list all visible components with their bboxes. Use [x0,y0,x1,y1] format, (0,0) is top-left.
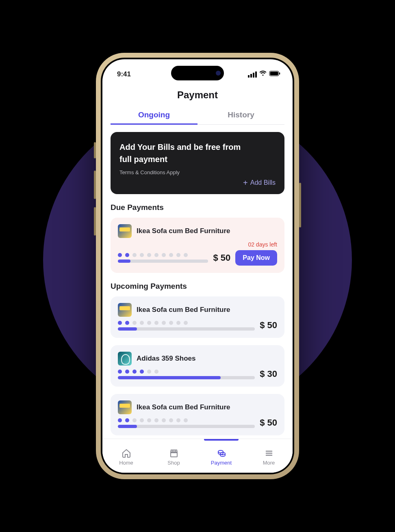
promo-title-line: Add Your Bills and be free from [119,143,241,151]
upcoming-payment-card[interactable]: Ikea Sofa cum Bed Furniture$ 50 [111,296,284,338]
content-scroller[interactable]: Add Your Bills and be free from full pay… [111,125,284,439]
add-bills-button[interactable]: + Add Bills [119,179,276,187]
merchant-thumbnail [118,224,132,238]
payment-title: Ikea Sofa cum Bed Furniture [137,403,230,411]
nav-shop[interactable]: Shop [150,439,198,473]
dot [184,418,188,422]
side-button [94,171,96,199]
side-button [299,183,301,227]
days-left-label: 02 days left [118,241,277,248]
progress-dots [118,253,208,257]
dot [176,253,180,257]
dot [184,321,188,325]
nav-label: More [263,460,275,466]
status-time: 9:41 [117,70,131,78]
dot [125,321,129,325]
screen: 9:41 Payment OngoingHistory [102,59,293,473]
progress-dots [118,321,255,325]
dot [132,253,137,257]
payment-title: Ikea Sofa cum Bed Furniture [137,306,230,314]
dot [140,370,144,374]
dot [140,418,144,422]
nav-home[interactable]: Home [102,439,150,473]
payment-title: Ikea Sofa cum Bed Furniture [137,227,230,235]
dot [147,321,151,325]
nav-payment[interactable]: Payment [198,439,245,473]
battery-icon [269,70,280,78]
plus-icon: + [243,179,248,187]
dynamic-island [171,66,224,80]
upcoming-payments-heading: Upcoming Payments [111,282,284,291]
dot [118,418,122,422]
nav-more[interactable]: More [245,439,293,473]
side-button [94,207,96,236]
promo-card: Add Your Bills and be free from full pay… [111,132,284,194]
side-button [94,142,96,158]
dot [154,321,158,325]
progress-bar [118,327,255,331]
upcoming-payment-card[interactable]: Ikea Sofa cum Bed Furniture$ 50 [111,394,284,435]
dot [147,370,151,374]
dot [140,253,144,257]
payment-title: Adidas 359 Shoes [137,355,196,363]
dot [169,321,173,325]
nav-label: Shop [167,460,180,466]
dot [118,370,122,374]
dot [169,253,173,257]
promo-title: Add Your Bills and be free from full pay… [119,141,276,165]
nav-label: Payment [211,460,232,466]
dot [132,321,137,325]
progress-bar [118,260,208,263]
dot [176,418,180,422]
tab-history[interactable]: History [198,106,284,124]
promo-title-line: full payment [119,155,167,164]
wifi-icon [259,70,267,78]
progress-bar [118,425,255,428]
upcoming-payment-card[interactable]: Adidas 359 Shoes$ 30 [111,345,284,387]
dot [162,321,166,325]
dot [184,253,188,257]
payment-amount: $ 50 [260,417,277,428]
progress-dots [118,370,255,374]
merchant-thumbnail [118,303,132,317]
cellular-icon [248,71,257,78]
more-icon [264,448,274,458]
progress-dots [118,418,255,422]
tab-ongoing[interactable]: Ongoing [111,106,198,124]
dot [169,418,173,422]
due-payment-card[interactable]: Ikea Sofa cum Bed Furniture02 days left$… [111,218,284,273]
shop-icon [169,448,179,458]
merchant-thumbnail [118,352,132,365]
promo-subtitle: Terms & Conditions Apply [119,169,276,175]
dot [132,370,137,374]
page-title: Payment [111,89,284,101]
due-payments-heading: Due Payments [111,203,284,212]
dot [125,370,129,374]
phone-frame: 9:41 Payment OngoingHistory [96,53,299,479]
dot [118,321,122,325]
svg-rect-2 [279,73,280,75]
dot [140,321,144,325]
payment-icon [217,448,226,458]
pay-now-button[interactable]: Pay Now [235,250,277,266]
nav-label: Home [119,460,133,466]
payment-amount: $ 50 [260,320,277,331]
dot [125,418,129,422]
payment-amount: $ 50 [213,253,230,263]
dot [154,370,158,374]
dot [154,253,158,257]
dot [118,253,122,257]
home-icon [122,448,131,458]
progress-bar [118,376,255,379]
tabs: OngoingHistory [111,106,284,125]
dot [154,418,158,422]
dot [147,418,151,422]
bottom-nav: HomeShopPaymentMore [102,439,293,473]
dot [147,253,151,257]
dot [132,418,137,422]
svg-rect-1 [270,72,278,76]
dot [176,321,180,325]
dot [162,418,166,422]
payment-amount: $ 30 [260,369,277,379]
dot [125,253,129,257]
